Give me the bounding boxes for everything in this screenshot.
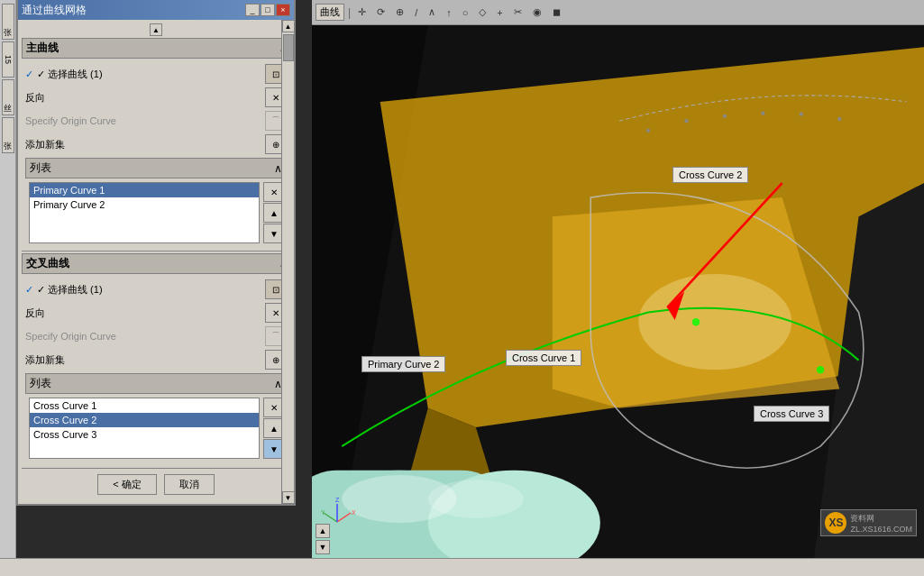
dialog-maximize-btn[interactable]: □ [261, 4, 275, 16]
status-bar [0, 558, 924, 576]
cross-add-set-label: 添加新集 [25, 353, 265, 367]
cross-section-title: 交叉曲线 [26, 256, 69, 271]
svg-point-12 [692, 318, 700, 325]
dialog-close-btn[interactable]: × [276, 4, 290, 16]
svg-point-19 [837, 117, 841, 121]
cross-curve-2-label: Cross Curve 2 [672, 167, 748, 183]
watermark-line1: 资料网 [850, 513, 912, 525]
vp-icon-1[interactable]: ✛ [354, 5, 370, 19]
scroll-up[interactable]: ▲ [282, 20, 295, 32]
vp-icon-2[interactable]: ⟳ [373, 5, 389, 19]
primary-add-set-label: 添加新集 [25, 138, 265, 151]
cross-list-title: 列表 [30, 376, 51, 391]
nav-down[interactable]: ▼ [316, 540, 330, 554]
cross-list-item-2[interactable]: Cross Curve 2 [30, 413, 259, 427]
cross-section-content: ✓ ✓ 选择曲线 (1) ⊡ 反向 ✕ Specify Origin Curve… [22, 276, 290, 464]
svg-point-18 [800, 113, 803, 116]
vp-icon-11[interactable]: ◉ [529, 5, 545, 19]
dialog-minimize-btn[interactable]: _ [245, 4, 260, 16]
dialog-body: ▲ 主曲线 ∧ ✓ ✓ 选择曲线 (1) ⊡ 反向 [18, 20, 294, 504]
cross-origin-row: Specify Origin Curve ⌒ [25, 326, 287, 346]
svg-line-23 [324, 513, 337, 522]
sidebar-tab-4[interactable]: 张 [2, 117, 14, 153]
primary-list-section: 列表 ∧ Primary Curve 1 Primary C [25, 158, 287, 245]
cross-reverse-label: 反向 [25, 306, 265, 320]
sidebar-tab-2[interactable]: 15 [2, 41, 14, 78]
svg-text:X: X [352, 509, 355, 516]
svg-line-22 [337, 513, 351, 522]
vp-icon-5[interactable]: ∧ [425, 5, 439, 19]
svg-point-13 [817, 366, 824, 373]
vp-icon-9[interactable]: + [493, 6, 506, 19]
cross-reverse-row: 反向 ✕ [25, 303, 287, 323]
section-divider [22, 251, 290, 251]
cross-list-row: Cross Curve 1 Cross Curve 2 Cross Curve … [25, 396, 287, 461]
cross-list-section: 列表 ∧ Cross Curve 1 Cross Curve [25, 373, 287, 461]
cancel-button[interactable]: 取消 [164, 474, 215, 495]
ok-button[interactable]: < 确定 [97, 474, 156, 495]
primary-origin-row: Specify Origin Curve ⌒ [25, 111, 287, 131]
primary-list-item-2[interactable]: Primary Curve 2 [30, 197, 259, 212]
primary-section-title: 主曲线 [26, 41, 59, 56]
app-container: 张 15 丝 张 通过曲线网格 _ □ × ▲ [0, 0, 924, 576]
vp-icon-12[interactable]: ◼ [549, 5, 564, 19]
scroll-up-arrow[interactable]: ▲ [150, 23, 162, 36]
watermark: XS 资料网 ZL.XS1616.COM [820, 509, 917, 536]
cross-curve-1-label: Cross Curve 1 [506, 350, 581, 366]
vp-toolbar-sep: | [348, 6, 351, 19]
dialog-scrollbar: ▲ ▼ [281, 20, 294, 504]
primary-list-row: Primary Curve 1 Primary Curve 2 ✕ ▲ [25, 180, 287, 245]
vp-icon-6[interactable]: ↑ [443, 6, 455, 19]
primary-reverse-label: 反向 [25, 91, 265, 105]
cross-list-item-1[interactable]: Cross Curve 1 [30, 398, 259, 413]
main-content: 张 15 丝 张 通过曲线网格 _ □ × ▲ [0, 0, 924, 558]
viewport: 曲线 | ✛ ⟳ ⊕ / ∧ ↑ ○ ◇ + ✂ ◉ ◼ [312, 0, 924, 558]
svg-text:Z: Z [335, 497, 340, 503]
cross-select-label: ✓ 选择曲线 (1) [37, 283, 265, 297]
viewport-scene [312, 25, 924, 558]
svg-point-15 [684, 119, 688, 123]
cross-origin-label: Specify Origin Curve [25, 331, 265, 342]
dialog-panel: 通过曲线网格 _ □ × ▲ 主曲线 ∧ [16, 0, 296, 506]
sidebar-tab-3[interactable]: 丝 [2, 79, 14, 115]
svg-point-16 [723, 114, 727, 118]
svg-point-14 [646, 129, 650, 133]
primary-curve-2-label: Primary Curve 2 [361, 356, 445, 372]
vp-icon-10[interactable]: ✂ [510, 5, 526, 19]
svg-text:Y: Y [321, 509, 325, 516]
svg-point-17 [761, 112, 764, 115]
cross-list-item-3[interactable]: Cross Curve 3 [30, 427, 259, 442]
cross-select-curve-row: ✓ ✓ 选择曲线 (1) ⊡ [25, 279, 287, 299]
primary-list-with-btns: Primary Curve 1 Primary Curve 2 ✕ ▲ [27, 182, 285, 243]
primary-select-curve-row: ✓ ✓ 选择曲线 (1) ⊡ [25, 64, 287, 84]
svg-point-6 [638, 274, 791, 370]
primary-list-item-1[interactable]: Primary Curve 1 [30, 183, 259, 197]
cross-list-with-btns: Cross Curve 1 Cross Curve 2 Cross Curve … [27, 398, 285, 459]
primary-section-header[interactable]: 主曲线 ∧ [22, 38, 290, 59]
primary-list-title: 列表 [30, 160, 51, 176]
primary-select-label: ✓ 选择曲线 (1) [37, 68, 265, 81]
vp-icon-4[interactable]: / [411, 6, 421, 19]
vp-icon-3[interactable]: ⊕ [392, 5, 407, 19]
viewport-toolbar: 曲线 | ✛ ⟳ ⊕ / ∧ ↑ ○ ◇ + ✂ ◉ ◼ [312, 0, 924, 25]
dialog-title: 通过曲线网格 [22, 3, 245, 18]
left-sidebar: 张 15 丝 张 [0, 0, 16, 558]
scroll-down[interactable]: ▼ [282, 491, 295, 504]
sidebar-tab-1[interactable]: 张 [2, 4, 14, 40]
primary-origin-label: Specify Origin Curve [25, 115, 265, 126]
dialog-title-buttons: _ □ × [245, 4, 290, 16]
scroll-thumb[interactable] [283, 34, 294, 61]
vp-icon-7[interactable]: ○ [459, 6, 472, 19]
bottom-buttons: < 确定 取消 [22, 468, 290, 500]
cross-section-header[interactable]: 交叉曲线 ∧ [22, 253, 290, 274]
cross-check-icon: ✓ [25, 284, 33, 296]
primary-list-header[interactable]: 列表 ∧ [25, 158, 287, 178]
primary-check-icon: ✓ [25, 69, 33, 80]
primary-list-body: Primary Curve 1 Primary Curve 2 [29, 182, 260, 243]
cross-list-header[interactable]: 列表 ∧ [25, 373, 287, 394]
viewport-dropdown[interactable]: 曲线 [316, 4, 344, 21]
watermark-line2: ZL.XS1616.COM [850, 525, 912, 534]
dialog-title-bar[interactable]: 通过曲线网格 _ □ × [18, 0, 294, 20]
primary-reverse-row: 反向 ✕ [25, 87, 287, 107]
vp-icon-8[interactable]: ◇ [475, 5, 489, 19]
